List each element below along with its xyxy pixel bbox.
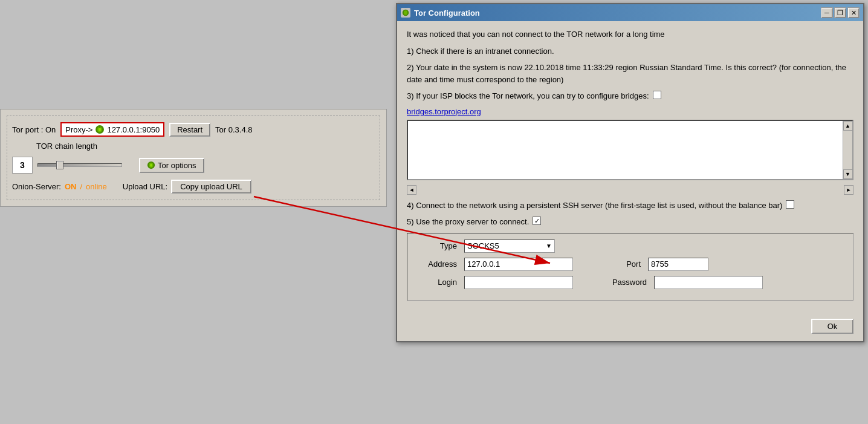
bridges-textarea-box: ▲ ▼ <box>407 120 853 180</box>
vertical-scrollbar: ▲ ▼ <box>843 121 852 179</box>
svg-point-3 <box>99 126 101 128</box>
proxy-type-value: SOCKS5 <box>467 241 499 250</box>
proxy-addr-row: Address Port <box>415 258 846 271</box>
proxy-label: Proxy-> <box>65 125 92 134</box>
address-input[interactable] <box>464 258 573 271</box>
bridges-link[interactable]: bridges.torproject.org <box>407 107 853 116</box>
minimize-button[interactable]: ─ <box>821 7 833 18</box>
notice-line4-text: 3) If your ISP blocks the Tor network, y… <box>407 90 649 102</box>
password-input[interactable] <box>654 276 763 289</box>
tor-port-row: Tor port : On Proxy-> 127.0.0.1:9050 Res… <box>12 122 375 137</box>
onion-server-row: Onion-Server: ON / online Upload URL: Co… <box>12 180 375 194</box>
restart-button[interactable]: Restart <box>169 123 210 137</box>
left-panel: Tor port : On Proxy-> 127.0.0.1:9050 Res… <box>0 109 387 207</box>
chain-row: 3 Tor options <box>12 157 375 174</box>
dialog-window-controls: ─ ❒ ✕ <box>821 7 860 18</box>
svg-point-10 <box>404 10 407 15</box>
login-label: Login <box>415 278 457 287</box>
ok-button[interactable]: Ok <box>811 319 853 334</box>
bridges-textarea[interactable] <box>408 121 843 179</box>
close-button[interactable]: ✕ <box>847 7 860 18</box>
tor-configuration-dialog: Tor Configuration ─ ❒ ✕ It was noticed t… <box>396 3 864 342</box>
tor-onion-small-icon <box>147 161 155 169</box>
svg-point-2 <box>99 128 101 131</box>
password-label: Password <box>598 278 647 287</box>
proxy-checkbox[interactable] <box>533 217 541 225</box>
on-status: ON <box>65 182 77 191</box>
chain-number: 3 <box>12 157 33 174</box>
notice-line5-text: 4) Connect to the network using a persis… <box>407 200 782 212</box>
notice-line1: It was noticed that you can not connect … <box>407 28 853 41</box>
port-input[interactable] <box>648 258 708 271</box>
dialog-title-text: Tor Configuration <box>414 8 480 18</box>
tor-options-button[interactable]: Tor options <box>139 158 204 173</box>
chain-label: TOR chain length <box>36 142 97 151</box>
restore-button[interactable]: ❒ <box>834 7 846 18</box>
dialog-titlebar: Tor Configuration ─ ❒ ✕ <box>397 4 863 21</box>
proxy-login-row: Login Password <box>415 276 846 289</box>
proxy-address: 127.0.0.1:9050 <box>107 125 160 134</box>
left-panel-inner: Tor port : On Proxy-> 127.0.0.1:9050 Res… <box>7 116 380 200</box>
notice-line2: 1) Check if there is an intranet connect… <box>407 45 853 57</box>
scroll-right-arrow[interactable]: ► <box>844 185 853 195</box>
notice-item-5: 5) Use the proxy server to connect. <box>407 216 853 228</box>
tor-port-label: Tor port : On <box>12 125 56 134</box>
tor-onion-icon <box>95 125 105 134</box>
dialog-content: It was noticed that you can not connect … <box>397 21 863 314</box>
dialog-app-icon <box>401 8 410 18</box>
type-label: Type <box>415 241 457 250</box>
online-status: online <box>86 182 107 191</box>
tor-version: Tor 0.3.4.8 <box>215 125 252 134</box>
bridges-checkbox[interactable] <box>653 91 661 99</box>
ssh-checkbox[interactable] <box>786 200 794 209</box>
scroll-up-arrow[interactable]: ▲ <box>843 121 853 131</box>
notice-item-3: 3) If your ISP blocks the Tor network, y… <box>407 90 853 102</box>
svg-point-6 <box>150 163 152 166</box>
proxy-type-row: Type SOCKS5 ▼ <box>415 240 846 253</box>
copy-upload-url-button[interactable]: Copy upload URL <box>171 180 251 194</box>
notice-item-4: 4) Connect to the network using a persis… <box>407 200 853 212</box>
horizontal-scrollbar: ◄ ► <box>407 185 853 195</box>
proxy-type-select[interactable]: SOCKS5 ▼ <box>464 240 555 253</box>
tor-options-label: Tor options <box>158 161 196 170</box>
notice-line6-text: 5) Use the proxy server to connect. <box>407 216 529 228</box>
scroll-left-arrow[interactable]: ◄ <box>407 185 416 195</box>
port-label: Port <box>617 259 641 269</box>
proxy-section: Type SOCKS5 ▼ Address Port Login Passwor… <box>407 233 853 301</box>
login-input[interactable] <box>464 276 573 289</box>
dialog-footer: Ok <box>397 314 863 341</box>
scroll-down-arrow[interactable]: ▼ <box>843 169 853 179</box>
slash: / <box>80 182 82 191</box>
chain-slider[interactable] <box>37 163 134 167</box>
scroll-h-track <box>416 185 844 195</box>
dialog-title-area: Tor Configuration <box>401 8 480 18</box>
onion-server-label: Onion-Server: <box>12 182 61 191</box>
notice-line3: 2) Your date in the system is now 22.10.… <box>407 62 853 85</box>
proxy-box: Proxy-> 127.0.0.1:9050 <box>60 122 164 137</box>
upload-url-label: Upload URL: <box>123 182 167 191</box>
address-label: Address <box>415 259 457 269</box>
select-dropdown-arrow: ▼ <box>546 243 552 249</box>
